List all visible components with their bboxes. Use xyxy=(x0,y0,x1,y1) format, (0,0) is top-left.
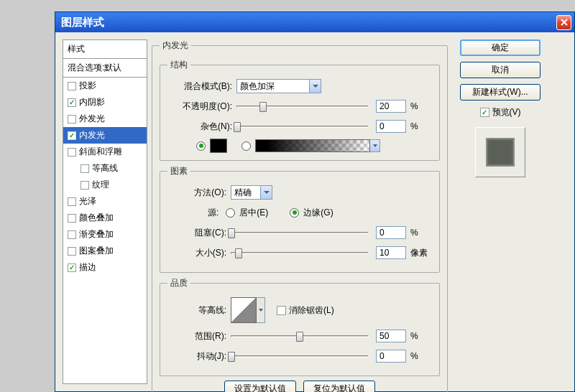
noise-label: 杂色(N): xyxy=(167,121,236,133)
sidebar-item-label: 描边 xyxy=(79,261,96,274)
styles-list: 样式 混合选项:默认 投影内阴影外发光内发光斜面和浮雕等高线纹理光泽颜色叠加渐变… xyxy=(63,39,147,384)
sidebar-item-10[interactable]: 图案叠加 xyxy=(63,243,147,259)
make-default-button[interactable]: 设置为默认值 xyxy=(224,381,296,392)
antialiased-checkbox-wrap[interactable]: 消除锯齿(L) xyxy=(277,304,334,317)
opacity-slider[interactable] xyxy=(236,100,369,113)
range-label: 范围(R): xyxy=(167,330,231,342)
sidebar-checkbox[interactable] xyxy=(68,98,76,107)
technique-label: 方法(O): xyxy=(167,187,231,199)
color-type-solid-radio[interactable] xyxy=(196,141,206,151)
sidebar-item-1[interactable]: 内阴影 xyxy=(63,94,147,111)
sidebar-item-label: 等高线 xyxy=(92,162,118,174)
right-button-panel: 确定 取消 新建样式(W)... 预览(V) xyxy=(458,39,543,384)
title-bar[interactable]: 图层样式 xyxy=(55,12,574,32)
technique-select[interactable]: 精确 xyxy=(231,185,272,200)
jitter-label: 抖动(J): xyxy=(167,350,231,363)
sidebar-item-4[interactable]: 斜面和浮雕 xyxy=(63,144,147,160)
quality-group: 品质 等高线: 消除锯齿(L) 范围(R): xyxy=(160,277,440,376)
sidebar-checkbox[interactable] xyxy=(68,197,76,206)
reset-default-button[interactable]: 复位为默认值 xyxy=(303,381,375,392)
cancel-button[interactable]: 取消 xyxy=(460,62,540,78)
gradient-swatch[interactable] xyxy=(255,139,370,152)
blend-mode-select[interactable]: 颜色加深 xyxy=(236,79,321,93)
sidebar-item-9[interactable]: 渐变叠加 xyxy=(63,226,147,243)
sidebar-item-5[interactable]: 等高线 xyxy=(63,160,147,177)
close-icon xyxy=(560,18,569,27)
sidebar-item-label: 纹理 xyxy=(92,179,109,191)
antialiased-checkbox[interactable] xyxy=(277,306,286,315)
sidebar-item-label: 内发光 xyxy=(79,129,105,141)
choke-input[interactable] xyxy=(376,226,406,239)
contour-swatch[interactable] xyxy=(231,297,257,323)
sidebar-item-8[interactable]: 颜色叠加 xyxy=(63,210,147,226)
contour-dropdown[interactable] xyxy=(257,297,265,323)
size-slider[interactable] xyxy=(231,246,369,259)
structure-group: 结构 混合模式(B): 颜色加深 不透明度(O): xyxy=(160,59,440,161)
size-label: 大小(S): xyxy=(167,247,231,259)
chevron-down-icon xyxy=(309,80,321,93)
sidebar-checkbox[interactable] xyxy=(68,131,76,140)
color-type-gradient-radio[interactable] xyxy=(242,141,251,151)
elements-legend: 图素 xyxy=(167,165,190,177)
sidebar-item-label: 光泽 xyxy=(79,195,96,207)
sidebar-checkbox[interactable] xyxy=(68,230,76,239)
chevron-down-icon xyxy=(260,186,272,199)
sidebar-item-label: 内阴影 xyxy=(79,96,105,108)
new-style-button[interactable]: 新建样式(W)... xyxy=(460,84,540,101)
sidebar-item-6[interactable]: 纹理 xyxy=(63,177,147,193)
sidebar-checkbox[interactable] xyxy=(68,247,76,256)
preview-checkbox[interactable] xyxy=(480,108,489,117)
blend-mode-label: 混合模式(B): xyxy=(167,80,236,93)
blending-options-header[interactable]: 混合选项:默认 xyxy=(63,59,147,78)
sidebar-checkbox[interactable] xyxy=(68,82,76,90)
range-slider[interactable] xyxy=(231,330,369,342)
sidebar-checkbox[interactable] xyxy=(80,164,89,173)
sidebar-item-2[interactable]: 外发光 xyxy=(63,111,147,127)
opacity-label: 不透明度(O): xyxy=(167,101,236,113)
sidebar-item-label: 投影 xyxy=(79,80,96,92)
sidebar-item-label: 颜色叠加 xyxy=(79,212,114,224)
preview-checkbox-wrap[interactable]: 预览(V) xyxy=(480,106,521,118)
sidebar-item-label: 外发光 xyxy=(79,113,105,125)
sidebar-item-11[interactable]: 描边 xyxy=(63,259,147,276)
sidebar-item-7[interactable]: 光泽 xyxy=(63,193,147,210)
sidebar-item-label: 渐变叠加 xyxy=(79,228,114,241)
dialog-title: 图层样式 xyxy=(61,16,556,29)
opacity-input[interactable] xyxy=(376,100,406,113)
sidebar-checkbox[interactable] xyxy=(68,115,76,123)
choke-slider[interactable] xyxy=(231,226,369,239)
source-label: 源: xyxy=(208,207,218,219)
noise-input[interactable] xyxy=(376,120,406,133)
sidebar-checkbox[interactable] xyxy=(68,148,76,157)
main-settings-panel: 内发光 结构 混合模式(B): 颜色加深 不透明度(O): xyxy=(152,39,448,384)
styles-header[interactable]: 样式 xyxy=(63,40,147,59)
size-input[interactable] xyxy=(376,246,406,259)
elements-group: 图素 方法(O): 精确 源: 居中(E) xyxy=(160,165,440,273)
source-center-radio[interactable] xyxy=(226,208,235,218)
inner-glow-panel: 内发光 结构 混合模式(B): 颜色加深 不透明度(O): xyxy=(152,39,448,392)
sidebar-item-3[interactable]: 内发光 xyxy=(63,127,147,144)
noise-slider[interactable] xyxy=(236,120,369,133)
ok-button[interactable]: 确定 xyxy=(460,39,540,56)
preview-panel xyxy=(475,127,525,177)
color-swatch[interactable] xyxy=(210,139,227,153)
gradient-dropdown[interactable] xyxy=(370,139,380,152)
source-edge-radio[interactable] xyxy=(290,208,299,218)
jitter-slider[interactable] xyxy=(231,350,369,363)
sidebar-checkbox[interactable] xyxy=(68,263,76,272)
sidebar-item-label: 图案叠加 xyxy=(79,245,114,257)
range-input[interactable] xyxy=(376,330,406,342)
preview-swatch xyxy=(486,138,515,167)
structure-legend: 结构 xyxy=(167,59,190,71)
choke-label: 阻塞(C): xyxy=(167,227,231,239)
panel-header: 内发光 xyxy=(160,39,191,52)
contour-label: 等高线: xyxy=(167,304,231,317)
jitter-input[interactable] xyxy=(376,350,406,363)
sidebar-item-label: 斜面和浮雕 xyxy=(79,146,122,158)
quality-legend: 品质 xyxy=(167,277,190,289)
sidebar-item-0[interactable]: 投影 xyxy=(63,78,147,94)
sidebar-checkbox[interactable] xyxy=(68,214,76,223)
layer-style-dialog: 图层样式 样式 混合选项:默认 投影内阴影外发光内发光斜面和浮雕等高线纹理光泽颜… xyxy=(55,11,575,392)
close-button[interactable] xyxy=(556,15,571,30)
sidebar-checkbox[interactable] xyxy=(80,181,89,190)
